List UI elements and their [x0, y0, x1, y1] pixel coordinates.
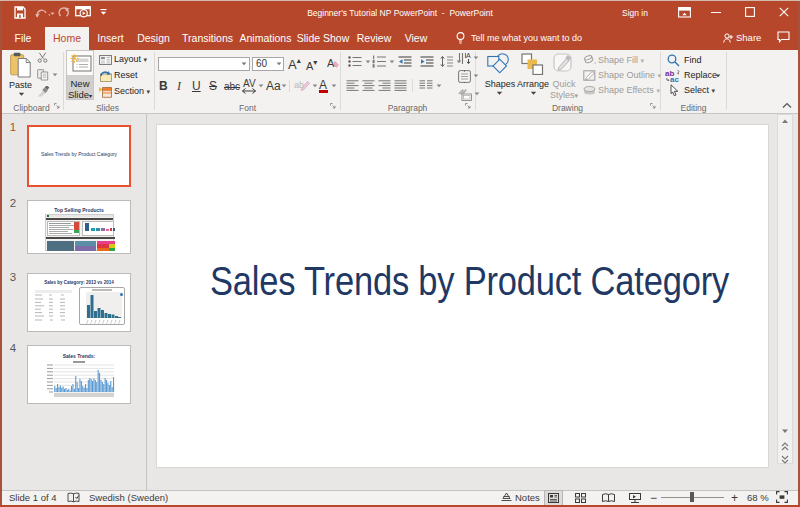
svg-text:A: A: [466, 52, 471, 59]
svg-text:ac: ac: [670, 75, 679, 83]
